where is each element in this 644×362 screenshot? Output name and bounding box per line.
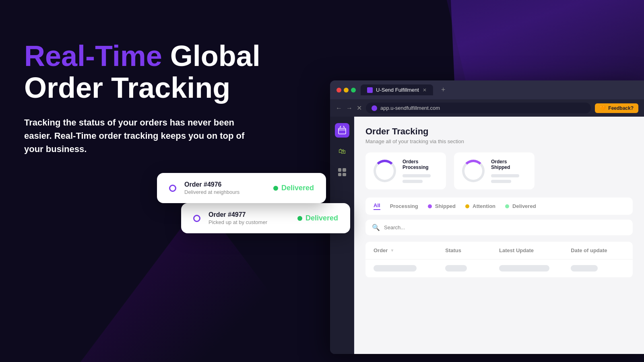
orders-table: Order ▼ Status Latest Update Date of upd… (365, 242, 633, 278)
hero-content: Real-Time GlobalOrder Tracking Tracking … (24, 40, 266, 156)
table-header: Order ▼ Status Latest Update Date of upd… (365, 242, 633, 259)
order-number-1: Order #4976 (184, 181, 265, 188)
filter-processing-label: Processing (390, 203, 418, 209)
grid-dot-2 (343, 168, 346, 172)
close-nav-icon[interactable]: ✕ (357, 104, 362, 112)
filter-delivered-label: Delivered (512, 203, 536, 209)
order-card-1: Order #4976 Delivered at neighbours Deli… (157, 173, 326, 203)
delivered-dot (505, 204, 509, 208)
order-info-1: Order #4976 Delivered at neighbours (184, 181, 265, 195)
stat-line-2a (491, 174, 519, 177)
filter-tab-shipped[interactable]: Shipped (428, 203, 456, 209)
filter-all-label: All (374, 202, 380, 208)
row1-update (499, 265, 549, 272)
col-status: Status (445, 247, 499, 253)
filter-tab-delivered[interactable]: Delivered (505, 203, 536, 209)
status-text-2: Delivered (305, 214, 338, 222)
forward-icon[interactable]: → (346, 105, 353, 112)
stat-line-1b (402, 180, 423, 183)
back-icon[interactable]: ← (336, 105, 342, 112)
order-dot-1 (169, 185, 176, 192)
col-latest-update: Latest Update (499, 247, 571, 253)
browser-window: U-Send Fulfillment ✕ + ← → ✕ app.u-sendf… (330, 80, 644, 354)
filter-tab-attention[interactable]: Attention (465, 203, 495, 209)
status-dot-2 (297, 216, 302, 221)
stat-card-processing: Orders Processing (365, 152, 446, 189)
hero-subtext: Tracking the status of your orders has n… (24, 116, 250, 156)
order-status-2: Delivered (297, 214, 338, 222)
search-icon: 🔍 (372, 224, 380, 231)
grid-dot-1 (338, 168, 342, 172)
feedback-button[interactable]: 🧡 Feedback? (595, 103, 638, 113)
order-status-1: Delivered (273, 184, 314, 192)
search-bar: 🔍 (365, 220, 633, 235)
status-text-1: Delivered (281, 184, 314, 192)
filter-tab-all[interactable]: All (374, 202, 380, 210)
dot-red[interactable] (336, 88, 341, 93)
order-dot-2 (193, 215, 200, 222)
browser-chrome: U-Send Fulfillment ✕ + (330, 80, 644, 99)
order-desc-2: Picked up at by customer (208, 219, 289, 225)
row1-status (445, 265, 466, 272)
page-title: Order Tracking (365, 126, 633, 137)
status-dot-1 (273, 186, 278, 191)
order-desc-1: Delivered at neighbours (184, 189, 265, 195)
browser-navbar: ← → ✕ app.u-sendfulfillment.com 🧡 Feedba… (330, 99, 644, 117)
address-bar[interactable]: app.u-sendfulfillment.com (366, 103, 591, 113)
box-icon (338, 126, 347, 135)
order-number-2: Order #4977 (208, 211, 289, 218)
stat-line-2b (491, 180, 511, 183)
headline-accent: Real-Time (24, 40, 162, 72)
attention-dot (465, 204, 469, 208)
row1-date (571, 265, 598, 272)
sidebar-icon-box[interactable] (335, 123, 349, 138)
feedback-heart-icon: 🧡 (600, 105, 606, 111)
filter-shipped-label: Shipped (435, 203, 456, 209)
col-order: Order ▼ (374, 247, 445, 253)
tab-title: U-Send Fulfillment (376, 87, 419, 93)
svg-rect-0 (339, 128, 346, 134)
filter-row: All Processing Shipped Attention Deliver… (365, 197, 633, 215)
stat-circle-processing (374, 160, 396, 182)
order-cards: Order #4976 Delivered at neighbours Deli… (157, 173, 350, 233)
feedback-label: Feedback? (608, 105, 634, 111)
browser-dots (336, 88, 356, 93)
tab-close-icon[interactable]: ✕ (423, 87, 427, 93)
main-area: Order Tracking Manage all of your tracki… (354, 117, 644, 354)
sort-icon-order[interactable]: ▼ (390, 248, 394, 253)
table-row (365, 259, 633, 278)
browser-tab[interactable]: U-Send Fulfillment ✕ (361, 84, 433, 95)
sidebar: 🛍 (330, 117, 354, 354)
shopify-icon: 🛍 (339, 147, 346, 156)
search-input[interactable] (384, 224, 626, 230)
filter-attention-label: Attention (473, 203, 495, 209)
order-card-2: Order #4977 Picked up at by customer Del… (181, 203, 350, 233)
filter-tab-processing[interactable]: Processing (390, 203, 418, 209)
shipped-dot (428, 204, 432, 208)
stats-row: Orders Processing Orders Shipped (365, 152, 633, 189)
page-subtitle: Manage all of your tracking via this sec… (365, 138, 633, 144)
headline: Real-Time GlobalOrder Tracking (24, 40, 266, 104)
row1-order (374, 265, 417, 272)
col-date: Date of update (571, 247, 625, 253)
stat-lines-shipped: Orders Shipped (491, 159, 526, 183)
stat-line-1a (402, 174, 431, 177)
dot-green-traffic[interactable] (351, 88, 356, 93)
app-content: 🛍 Order Tracking Manage all of your trac… (330, 117, 644, 354)
stat-label-processing: Orders Processing (402, 159, 438, 170)
stat-circle-shipped (462, 160, 485, 182)
address-url: app.u-sendfulfillment.com (380, 105, 440, 111)
address-favicon (372, 105, 377, 111)
dot-yellow[interactable] (344, 88, 349, 93)
stat-label-shipped: Orders Shipped (491, 159, 526, 170)
stat-card-shipped: Orders Shipped (454, 152, 535, 189)
order-info-2: Order #4977 Picked up at by customer (208, 211, 289, 225)
sidebar-icon-shopify[interactable]: 🛍 (335, 144, 349, 158)
tab-favicon (367, 87, 373, 93)
tab-add-icon[interactable]: + (441, 86, 446, 94)
stat-lines-processing: Orders Processing (402, 159, 438, 183)
